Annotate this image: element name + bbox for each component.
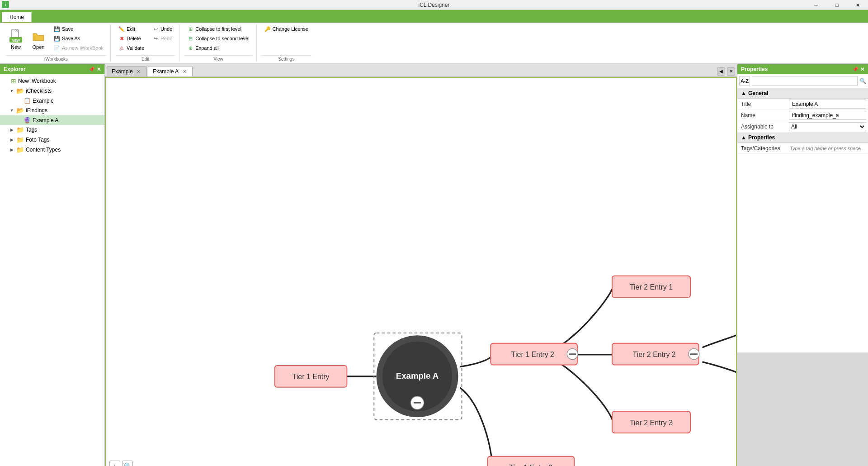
search-icon: 🔍 (859, 78, 866, 84)
open-label: Open (33, 44, 45, 50)
tree-label-example-a: Example A (33, 117, 58, 124)
prop-label-title: Title (737, 99, 787, 109)
save-as-button[interactable]: 💾 Save As (51, 34, 107, 43)
minimize-button[interactable]: ─ (806, 0, 826, 10)
app-icon: i (2, 1, 9, 8)
ribbon-group-settings-content: 🔑 Change License (261, 24, 312, 54)
explorer-tree: ⊞ New iWorkbook ▼ 📂 iChecklists 📋 Exampl… (0, 74, 104, 466)
maximize-button[interactable]: □ (826, 0, 847, 10)
explorer-pin-icon[interactable]: 📌 (89, 67, 95, 72)
collapse-second-button[interactable]: ⊟ Collapse to second level (184, 34, 252, 43)
example-doc-icon: 📋 (24, 97, 31, 104)
save-as-label: Save As (62, 36, 80, 41)
open-button[interactable]: Open (28, 24, 49, 54)
tree-label-new-workbook: New iWorkbook (18, 78, 56, 84)
tab-close-all[interactable]: ✕ (727, 67, 735, 76)
prop-row-tags: Tags/Categories (737, 143, 868, 154)
label-tier1-entry: Tier 1 Entry (292, 373, 330, 380)
line-t2e2-t3e2 (703, 362, 736, 376)
label-tier2-entry3: Tier 2 Entry 3 (630, 419, 673, 427)
explorer-close-icon[interactable]: ✕ (97, 67, 101, 72)
workspace: Example ✕ Example A ✕ ◀ ✕ (105, 64, 737, 466)
collapse-first-button[interactable]: ⊞ Collapse to first level (184, 24, 252, 33)
collapse-second-label: Collapse to second level (195, 36, 249, 41)
properties-section-header[interactable]: ▲ Properties (737, 133, 868, 143)
tab-home[interactable]: Home (2, 11, 32, 22)
tab-example-close[interactable]: ✕ (136, 68, 142, 75)
zoom-in-button[interactable]: + (109, 461, 120, 466)
tab-example-a-close[interactable]: ✕ (181, 68, 188, 75)
foto-tags-arrow: ▶ (9, 137, 14, 143)
tree-item-foto-tags[interactable]: ▶ 📁 Foto Tags (0, 135, 104, 145)
foto-tags-folder-icon: 📁 (16, 136, 24, 143)
properties-pin-icon[interactable]: 📌 (852, 67, 859, 72)
undo-button[interactable]: ↩ Undo (149, 24, 175, 33)
tab-example[interactable]: Example ✕ (107, 66, 147, 76)
prop-select-assignable[interactable]: All (789, 122, 866, 131)
line-center-tier1-entry2 (460, 355, 492, 367)
tree-item-new-workbook[interactable]: ⊞ New iWorkbook (0, 76, 104, 86)
prop-input-title[interactable] (789, 100, 866, 109)
properties-collapse-icon: ▲ (741, 134, 746, 141)
redo-icon: ↪ (152, 35, 159, 42)
delete-button[interactable]: ✖ Delete (115, 34, 147, 43)
properties-close-icon[interactable]: ✕ (860, 67, 864, 72)
center-label: Example A (396, 371, 439, 380)
svg-text:NEW: NEW (12, 38, 20, 43)
tree-item-example[interactable]: 📋 Example (0, 96, 104, 105)
tree-item-ichecklists[interactable]: ▼ 📂 iChecklists (0, 86, 104, 96)
validate-label: Validate (127, 45, 144, 51)
ribbon-group-edit: ✏️ Edit ✖ Delete ⚠ Validate ↩ Un (112, 24, 179, 62)
prop-label-name: Name (737, 110, 787, 120)
expand-all-button[interactable]: ⊕ Expand all (184, 43, 252, 52)
content-types-folder-icon: 📁 (16, 146, 24, 153)
ribbon-edit-right: ↩ Undo ↪ Redo (149, 24, 175, 43)
new-button[interactable]: NEW New (5, 24, 26, 54)
general-section-label: General (748, 90, 769, 96)
tab-scroll-left[interactable]: ◀ (717, 67, 725, 76)
change-license-button[interactable]: 🔑 Change License (261, 24, 312, 33)
prop-input-name[interactable] (789, 111, 866, 120)
label-tier1-entry2: Tier 1 Entry 2 (511, 351, 554, 358)
validate-button[interactable]: ⚠ Validate (115, 43, 147, 52)
new-icon: NEW (9, 29, 23, 43)
prop-label-tags: Tags/Categories (737, 143, 787, 153)
edit-icon: ✏️ (118, 26, 125, 32)
ribbon-group-edit-content: ✏️ Edit ✖ Delete ⚠ Validate ↩ Un (115, 24, 175, 54)
save-as-icon: 💾 (54, 35, 60, 42)
tree-item-content-types[interactable]: ▶ 📁 Content Types (0, 145, 104, 155)
save-button[interactable]: 💾 Save (51, 24, 107, 33)
ribbon-group-iworkbooks-content: NEW New Open 💾 Save (5, 24, 107, 54)
tree-item-ifindings[interactable]: ▼ 📂 iFindings (0, 105, 104, 115)
tree-label-example: Example (33, 98, 54, 104)
close-button[interactable]: ✕ (847, 0, 868, 10)
prop-input-tags[interactable] (787, 145, 868, 152)
tab-example-a[interactable]: Example A ✕ (148, 66, 193, 76)
properties-header: Properties 📌 ✕ (737, 64, 868, 74)
save-label: Save (62, 26, 73, 32)
sort-az-button[interactable]: A-Z (739, 76, 750, 86)
undo-label: Undo (160, 26, 172, 32)
delete-label: Delete (127, 36, 141, 41)
collapse-first-icon: ⊞ (187, 26, 193, 32)
main-layout: Explorer 📌 ✕ ⊞ New iWorkbook ▼ 📂 iCheckl… (0, 64, 868, 466)
ribbon-tab-bar: Home (0, 10, 868, 23)
redo-button[interactable]: ↪ Redo (149, 34, 175, 43)
canvas-toolbar: + 🔍 (109, 461, 133, 466)
explorer-panel: Explorer 📌 ✕ ⊞ New iWorkbook ▼ 📂 iCheckl… (0, 64, 105, 466)
tree-item-example-a[interactable]: 🔮 Example A (0, 115, 104, 125)
tabs-bar: Example ✕ Example A ✕ ◀ ✕ (105, 64, 737, 77)
undo-icon: ↩ (152, 26, 159, 32)
properties-search-input[interactable] (752, 76, 858, 86)
general-section-header[interactable]: ▲ General (737, 88, 868, 99)
search-canvas-button[interactable]: 🔍 (122, 461, 133, 466)
ifindings-folder-icon: 📂 (16, 107, 24, 114)
canvas-area[interactable]: Example A Tier 1 Entry Tier 1 Entry 2 Ti… (105, 77, 737, 466)
ichecklists-folder-icon: 📂 (16, 87, 24, 95)
line-center-tier1-entry3 (460, 388, 492, 466)
tree-item-tags[interactable]: ▶ 📁 Tags (0, 125, 104, 135)
tab-controls: ◀ ✕ (717, 67, 735, 76)
settings-group-label: Settings (261, 55, 312, 62)
edit-button[interactable]: ✏️ Edit (115, 24, 147, 33)
expand-all-icon: ⊕ (187, 45, 193, 51)
